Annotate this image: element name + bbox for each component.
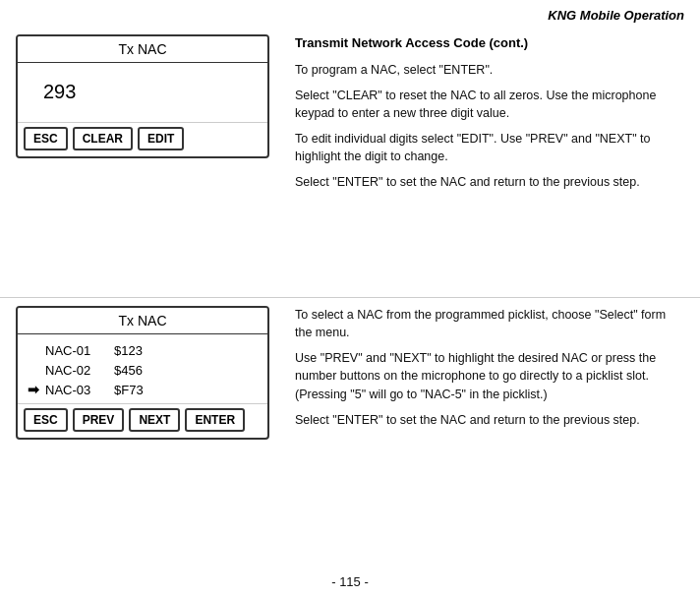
section2-para1: To select a NAC from the programmed pick… xyxy=(295,306,684,341)
screen1-edit-button[interactable]: EDIT xyxy=(138,127,184,150)
list-item: NAC-01 $123 xyxy=(28,340,258,360)
screen2-enter-button[interactable]: ENTER xyxy=(185,408,245,432)
section1-right: Transmit Network Access Code (cont.) To … xyxy=(285,27,700,297)
section1-para3: To edit individual digits select "EDIT".… xyxy=(295,130,684,165)
row3-arrow: ➡ xyxy=(28,382,45,397)
section1-heading: Transmit Network Access Code (cont.) xyxy=(295,34,684,53)
section1-para1: To program a NAC, select "ENTER". xyxy=(295,61,684,79)
section2-para3: Select "ENTER" to set the NAC and return… xyxy=(295,411,684,429)
section2-para2: Use "PREV" and "NEXT" to highlight the d… xyxy=(295,349,684,402)
screen2-prev-button[interactable]: PREV xyxy=(73,408,125,432)
list-item: NAC-02 $456 xyxy=(28,360,258,380)
row2-val: $456 xyxy=(114,363,143,378)
page-header-title: KNG Mobile Operation xyxy=(0,0,700,27)
screen2-next-button[interactable]: NEXT xyxy=(129,408,180,432)
row1-val: $123 xyxy=(114,343,143,358)
row3-id: NAC-03 xyxy=(45,383,114,397)
page-footer: - 115 - xyxy=(0,568,700,597)
row3-val: $F73 xyxy=(114,383,144,397)
row2-id: NAC-02 xyxy=(45,363,114,378)
list-item: ➡ NAC-03 $F73 xyxy=(28,380,258,399)
section1-para4: Select "ENTER" to set the NAC and return… xyxy=(295,173,684,191)
screen1-esc-button[interactable]: ESC xyxy=(24,127,68,150)
screen1-footer: ESC CLEAR EDIT xyxy=(18,122,267,156)
screen1: Tx NAC 293 ESC CLEAR EDIT xyxy=(16,34,269,158)
section2-right: To select a NAC from the programmed pick… xyxy=(285,298,700,568)
screen2-title: Tx NAC xyxy=(18,308,267,334)
screen1-value: 293 xyxy=(29,73,256,111)
section2-left: Tx NAC NAC-01 $123 NAC-02 $456 ➡ NAC- xyxy=(0,298,285,568)
section1-text: Transmit Network Access Code (cont.) To … xyxy=(295,34,684,192)
screen2: Tx NAC NAC-01 $123 NAC-02 $456 ➡ NAC- xyxy=(16,306,269,440)
screen2-esc-button[interactable]: ESC xyxy=(24,408,68,432)
row2-arrow xyxy=(28,362,45,378)
section1-para2: Select "CLEAR" to reset the NAC to all z… xyxy=(295,87,684,122)
section2-text: To select a NAC from the programmed pick… xyxy=(295,306,684,429)
row1-id: NAC-01 xyxy=(45,343,114,358)
section1-left: Tx NAC 293 ESC CLEAR EDIT xyxy=(0,27,285,297)
screen2-footer: ESC PREV NEXT ENTER xyxy=(18,403,267,438)
screen1-title: Tx NAC xyxy=(18,36,267,63)
screen1-clear-button[interactable]: CLEAR xyxy=(73,127,133,150)
row1-arrow xyxy=(28,342,45,358)
screen2-list: NAC-01 $123 NAC-02 $456 ➡ NAC-03 $F73 xyxy=(18,334,267,403)
